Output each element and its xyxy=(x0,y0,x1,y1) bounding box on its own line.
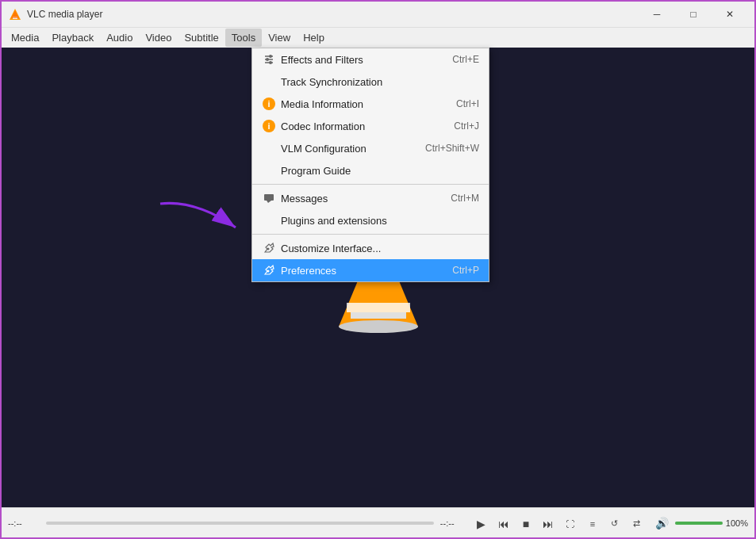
sliders-icon xyxy=(262,52,276,67)
menu-media[interactable]: Media xyxy=(5,29,45,47)
svg-point-19 xyxy=(267,270,270,273)
svg-point-18 xyxy=(267,248,270,250)
menu-item-vlm-config[interactable]: VLM Configuration Ctrl+Shift+W xyxy=(252,137,489,159)
svg-point-13 xyxy=(269,55,272,58)
svg-rect-5 xyxy=(347,303,410,312)
prev-button[interactable]: ⏮ xyxy=(494,514,513,533)
playback-controls: ▶ ⏮ ■ ⏭ ⛶ ≡ ↺ ⇄ xyxy=(472,514,647,533)
svg-point-14 xyxy=(266,58,269,61)
plugins-icon xyxy=(262,213,276,227)
menu-playback[interactable]: Playback xyxy=(45,29,100,47)
vlm-config-shortcut: Ctrl+Shift+W xyxy=(425,143,479,154)
plugins-label: Plugins and extensions xyxy=(281,215,479,227)
track-sync-icon xyxy=(262,75,276,89)
customize-icon xyxy=(262,241,276,255)
menu-item-effects-filters[interactable]: Effects and Filters Ctrl+E xyxy=(252,48,489,71)
codec-info-shortcut: Ctrl+J xyxy=(454,120,479,132)
svg-point-15 xyxy=(269,61,272,64)
preferences-shortcut: Ctrl+P xyxy=(452,265,479,276)
track-sync-label: Track Synchronization xyxy=(281,76,479,88)
messages-shortcut: Ctrl+M xyxy=(451,193,479,204)
minimize-button[interactable]: ─ xyxy=(639,2,675,27)
svg-marker-17 xyxy=(267,201,271,203)
menu-video[interactable]: Video xyxy=(139,29,178,47)
media-info-shortcut: Ctrl+I xyxy=(456,98,479,109)
media-info-label: Media Information xyxy=(281,98,456,110)
controls-bar: --:-- --:-- ▶ ⏮ ■ ⏭ ⛶ ≡ ↺ ⇄ 🔊 100% xyxy=(2,507,754,537)
svg-point-7 xyxy=(339,320,418,333)
menu-item-media-info[interactable]: i Media Information Ctrl+I xyxy=(252,93,489,115)
time-remaining: --:-- xyxy=(440,518,472,528)
menu-item-track-sync[interactable]: Track Synchronization xyxy=(252,71,489,93)
separator-1 xyxy=(252,184,489,185)
close-button[interactable]: ✕ xyxy=(712,2,748,27)
effects-filters-label: Effects and Filters xyxy=(281,54,452,66)
menu-view[interactable]: View xyxy=(262,29,297,47)
messages-label: Messages xyxy=(281,193,451,205)
extended-button[interactable]: ≡ xyxy=(583,514,602,533)
codec-info-icon: i xyxy=(262,119,276,133)
svg-rect-6 xyxy=(351,312,406,319)
menu-tools[interactable]: Tools xyxy=(225,29,262,47)
play-button[interactable]: ▶ xyxy=(472,514,491,533)
shuffle-button[interactable]: ⇄ xyxy=(627,514,647,533)
repeat-button[interactable]: ↺ xyxy=(605,514,624,533)
time-elapsed: --:-- xyxy=(8,518,40,528)
volume-percent: 100% xyxy=(726,518,748,528)
menu-subtitle[interactable]: Subtitle xyxy=(178,29,224,47)
volume-bar[interactable] xyxy=(675,522,723,525)
next-button[interactable]: ⏭ xyxy=(539,514,558,533)
menu-item-customize[interactable]: Customize Interface... xyxy=(252,237,489,259)
vlm-config-label: VLM Configuration xyxy=(281,143,425,155)
volume-icon[interactable]: 🔊 xyxy=(653,514,672,533)
menu-item-plugins[interactable]: Plugins and extensions xyxy=(252,209,489,231)
stop-button[interactable]: ■ xyxy=(516,514,535,533)
volume-area: 🔊 100% xyxy=(653,514,748,533)
menu-item-program-guide[interactable]: Program Guide xyxy=(252,159,489,182)
window-title: VLC media player xyxy=(27,9,639,20)
messages-icon xyxy=(262,191,276,205)
tools-dropdown: Effects and Filters Ctrl+E Track Synchro… xyxy=(251,48,489,282)
window-controls: ─ □ ✕ xyxy=(639,2,748,27)
media-info-icon: i xyxy=(262,97,276,111)
program-guide-icon xyxy=(262,163,276,178)
program-guide-label: Program Guide xyxy=(281,165,479,177)
fullscreen-button[interactable]: ⛶ xyxy=(561,514,580,533)
app-icon xyxy=(8,7,22,21)
customize-label: Customize Interface... xyxy=(281,243,479,254)
maximize-button[interactable]: □ xyxy=(675,2,712,27)
preferences-label: Preferences xyxy=(281,265,452,277)
menu-item-preferences[interactable]: Preferences Ctrl+P xyxy=(252,259,489,281)
menu-item-messages[interactable]: Messages Ctrl+M xyxy=(252,187,489,209)
separator-2 xyxy=(252,234,489,235)
menu-help[interactable]: Help xyxy=(297,29,331,47)
svg-rect-16 xyxy=(264,194,274,201)
tutorial-arrow xyxy=(156,196,244,246)
preferences-icon xyxy=(262,263,276,277)
menu-bar: Media Playback Audio Video Subtitle Tool… xyxy=(2,27,754,48)
menu-item-codec-info[interactable]: i Codec Information Ctrl+J xyxy=(252,115,489,137)
menu-audio[interactable]: Audio xyxy=(100,29,139,47)
effects-filters-shortcut: Ctrl+E xyxy=(452,54,479,65)
seek-bar[interactable] xyxy=(46,522,434,525)
codec-info-label: Codec Information xyxy=(281,120,454,132)
vlm-icon xyxy=(262,141,276,155)
title-bar: VLC media player ─ □ ✕ xyxy=(2,2,754,27)
volume-fill xyxy=(675,522,723,525)
